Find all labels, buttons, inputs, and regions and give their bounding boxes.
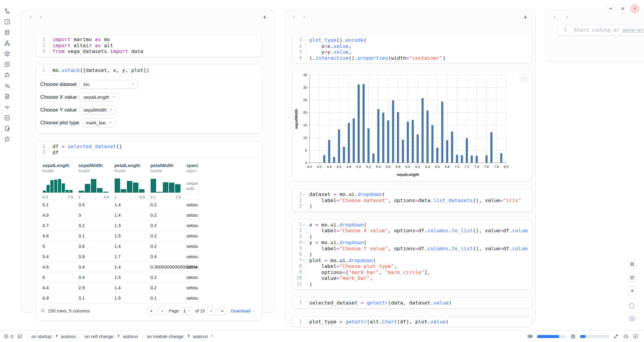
column-collapse-right-icon[interactable] <box>563 13 571 21</box>
code-editor[interactable]: 1mo.vstack([dataset, x, y, plot]) <box>36 65 262 76</box>
column-collapse-right-icon[interactable] <box>300 13 308 21</box>
play-button[interactable] <box>628 314 637 323</box>
svg-text:5.4: 5.4 <box>376 165 381 169</box>
column-header[interactable]: petalLengthfloat6416.9 <box>114 160 150 199</box>
table-row: 4.93.11.50.1setosa <box>42 293 198 303</box>
help-icon[interactable]: ? <box>4 135 11 143</box>
chart-actions-button[interactable]: ⋯ <box>520 74 528 83</box>
dependency-graph-icon[interactable] <box>4 39 11 47</box>
column-collapse-left-icon[interactable] <box>550 13 558 21</box>
table-button[interactable] <box>628 273 636 282</box>
table-row: 4.42.91.40.2setosa <box>42 282 198 293</box>
dropdown-select[interactable]: iris <box>79 80 138 89</box>
search-icon[interactable] <box>40 308 45 313</box>
chevron-down-icon <box>112 94 116 100</box>
cell-xy-plot-dropdowns: 1∨x = mo.ui.dropdown(2 label="Choose X v… <box>292 219 532 290</box>
fold-chevron-icon[interactable]: ∨ <box>302 258 306 264</box>
column-header[interactable]: petalWidthfloat640.12.5 <box>150 160 186 199</box>
line-number: 6 <box>295 251 302 258</box>
scratchpad-icon[interactable] <box>4 125 11 132</box>
dropdown-select[interactable]: mark_bar <box>82 118 115 127</box>
svg-text:4.8: 4.8 <box>346 165 351 169</box>
svg-text:10: 10 <box>303 136 307 140</box>
column-header[interactable]: sepalWidthfloat6424.4 <box>78 160 114 199</box>
list-search-icon[interactable] <box>4 82 11 89</box>
dropdown-select[interactable]: sepalLength <box>80 93 119 102</box>
column-collapse-right-icon[interactable] <box>37 13 45 21</box>
line-number: 4 <box>295 240 302 246</box>
database-icon[interactable] <box>4 29 11 36</box>
svg-text:5: 5 <box>305 148 307 152</box>
autorun-config-item[interactable]: on module change:autorun <box>147 333 214 339</box>
cell-vstack: 1mo.vstack([dataset, x, y, plot]) Choose… <box>36 65 262 134</box>
line-number: 1 <box>295 191 302 198</box>
tracing-icon[interactable] <box>4 103 11 111</box>
document-icon[interactable] <box>4 93 11 100</box>
settings-button[interactable] <box>618 4 627 13</box>
column-collapse-left-icon[interactable] <box>290 13 298 21</box>
code-editor[interactable]: 1plot_type = getattr(alt.Chart(df), plot… <box>293 317 531 327</box>
code-editor[interactable]: 1∨plot_type().encode(2 x=x.value,3 y=y.v… <box>293 35 531 63</box>
column-right: 1 Start coding or generate with AI <box>545 10 644 62</box>
line-number: 1 <box>559 27 567 33</box>
ai-sparkles-icon[interactable] <box>613 333 619 339</box>
next-page-button[interactable]: › <box>207 306 216 315</box>
svg-text:4.6: 4.6 <box>337 165 342 169</box>
first-page-button[interactable]: « <box>147 306 156 315</box>
svg-text:5.2: 5.2 <box>366 165 371 169</box>
dropdown-select[interactable]: sepalWidth <box>79 105 116 114</box>
column-header[interactable]: speciesobjectuniquenulls: <box>186 160 198 199</box>
error-count-button[interactable]: 0 <box>4 334 13 339</box>
last-page-button[interactable]: » <box>218 306 227 315</box>
download-button[interactable]: Download <box>231 308 256 313</box>
code-editor[interactable]: 1 Start coding or generate with AI <box>557 25 644 35</box>
altair-bar-chart[interactable]: 051015202530354.04.24.44.64.85.05.25.45.… <box>293 71 532 180</box>
circle-outline-button[interactable] <box>628 301 636 310</box>
column-middle: + 1∨plot_type().encode(2 x=x.value,3 y=y… <box>284 10 536 323</box>
file-tree-icon[interactable] <box>4 7 11 15</box>
logs-icon[interactable] <box>4 61 11 68</box>
close-button[interactable] <box>630 4 639 13</box>
dropdown-label: Choose plot type <box>40 120 79 126</box>
error-circle-icon <box>4 334 9 339</box>
autorun-config-item[interactable]: on startup:autorun <box>31 333 76 339</box>
chat-bot-icon[interactable] <box>4 71 11 79</box>
page-total: of 15 <box>195 308 205 313</box>
autorun-config-item[interactable]: on cell change:autorun <box>85 333 138 339</box>
add-cell-button[interactable]: + <box>521 13 529 21</box>
line-number: 10 <box>295 275 302 281</box>
svg-text:6.2: 6.2 <box>415 165 420 169</box>
copilot-icon[interactable] <box>623 333 629 339</box>
code-editor[interactable]: 1import marimo as mo2import altair as al… <box>36 34 262 57</box>
fold-chevron-icon[interactable]: ∨ <box>302 191 306 198</box>
fold-chevron-icon[interactable]: ∨ <box>302 240 306 246</box>
svg-text:6.4: 6.4 <box>425 165 430 169</box>
function-icon[interactable]: f <box>4 18 11 25</box>
table-row: 53.41.50.2setosa <box>42 272 198 282</box>
menu-button[interactable] <box>606 4 615 13</box>
line-number: 2 <box>295 43 302 49</box>
prev-page-button[interactable]: ‹ <box>158 306 167 315</box>
code-editor[interactable]: 1∨dataset = mo.ui.dropdown(2 label="Choo… <box>293 189 531 212</box>
code-editor[interactable]: 1selected_dataset = getattr(data, datase… <box>293 298 531 308</box>
connection-status-icon[interactable] <box>633 333 639 339</box>
svg-text:20: 20 <box>303 111 307 114</box>
cpu-usage-meter <box>580 335 609 338</box>
line-number: 2 <box>295 228 302 234</box>
save-button[interactable] <box>628 260 636 268</box>
package-icon[interactable] <box>4 50 11 57</box>
code-editor[interactable]: 1df = selected_dataset()2df <box>36 141 262 158</box>
column-header[interactable]: sepalLengthfloat644.37.9 <box>42 160 78 199</box>
generate-with-ai-link[interactable]: generate <box>622 27 644 33</box>
svg-text:7.6: 7.6 <box>484 165 489 169</box>
column-collapse-left-icon[interactable] <box>27 13 34 21</box>
page-select[interactable]: 1 <box>181 307 193 315</box>
terminal-button[interactable] <box>17 334 23 339</box>
code-editor[interactable]: 1∨x = mo.ui.dropdown(2 label="Choose X v… <box>293 220 531 290</box>
command-button[interactable]: ⌘ <box>628 287 636 295</box>
fold-chevron-icon[interactable]: ∨ <box>302 222 306 228</box>
fold-chevron-icon[interactable]: ∨ <box>302 37 306 43</box>
snippets-icon[interactable] <box>4 114 11 121</box>
add-cell-button[interactable]: + <box>261 13 269 21</box>
table-row: 53.61.40.2setosa <box>42 241 198 251</box>
